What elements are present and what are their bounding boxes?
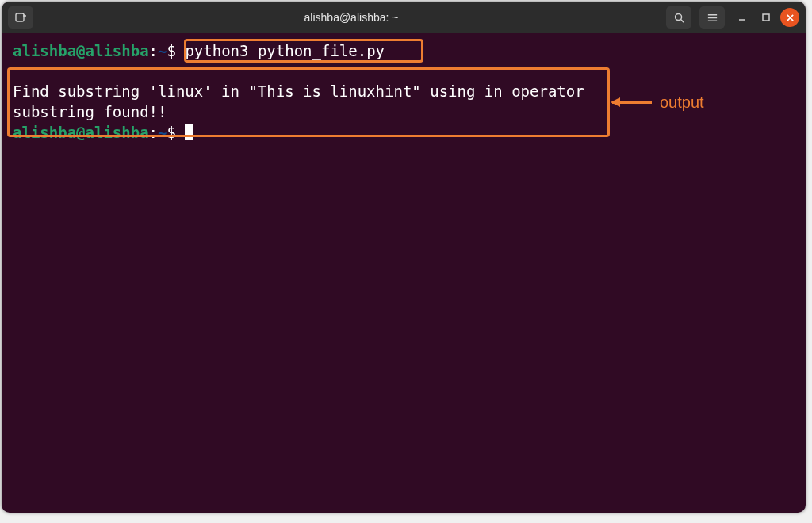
prompt-path: ~ (158, 124, 167, 141)
prompt-separator: : (149, 42, 158, 59)
output-line-2: substring found!! (13, 102, 795, 123)
search-icon (673, 12, 685, 24)
maximize-button[interactable] (756, 8, 776, 27)
svg-rect-0 (16, 13, 24, 21)
prompt-separator: : (149, 124, 158, 141)
new-tab-icon (14, 11, 27, 24)
svg-line-4 (680, 19, 684, 22)
prompt-line-2: alishba@alishba:~$ (13, 123, 795, 143)
new-tab-button[interactable] (8, 6, 33, 29)
command-text: python3 python_file.py (185, 42, 385, 59)
prompt-symbol: $ (167, 124, 176, 141)
svg-point-3 (675, 13, 681, 20)
titlebar-right (666, 6, 799, 29)
blank-line (13, 62, 795, 82)
svg-rect-9 (763, 14, 769, 21)
output-line-1: Find substring 'linux' in "This is linux… (13, 82, 795, 102)
prompt-path: ~ (158, 42, 167, 59)
search-button[interactable] (666, 6, 691, 29)
prompt-line-1: alishba@alishba:~$ python3 python_file.p… (13, 41, 795, 62)
terminal-cursor (185, 124, 193, 140)
titlebar-left (8, 6, 36, 29)
minimize-icon (737, 13, 747, 22)
prompt-symbol: $ (167, 42, 176, 59)
prompt-user-host: alishba@alishba (13, 42, 149, 59)
titlebar: alishba@alishba: ~ (2, 2, 806, 33)
window-title: alishba@alishba: ~ (36, 11, 666, 24)
close-button[interactable] (780, 8, 799, 27)
maximize-icon (761, 13, 771, 22)
close-icon (786, 13, 795, 22)
menu-button[interactable] (699, 6, 725, 29)
minimize-button[interactable] (733, 8, 752, 27)
terminal-body[interactable]: alishba@alishba:~$ python3 python_file.p… (2, 33, 806, 513)
hamburger-icon (707, 12, 718, 24)
prompt-user-host: alishba@alishba (13, 124, 149, 141)
terminal-window: alishba@alishba: ~ (2, 2, 806, 513)
